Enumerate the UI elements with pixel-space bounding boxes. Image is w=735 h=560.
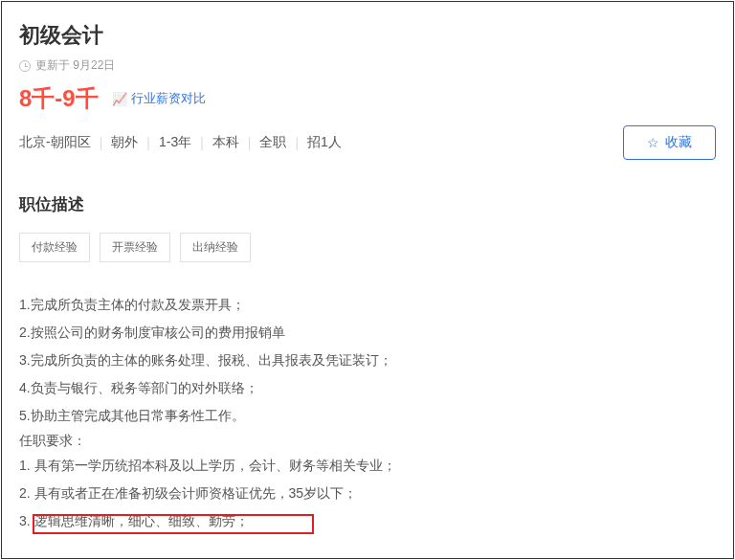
update-label: 更新于 9月22日 bbox=[35, 57, 115, 74]
job-title: 初级会计 bbox=[19, 21, 716, 50]
duty-item: 5.协助主管完成其他日常事务性工作。 bbox=[19, 402, 716, 429]
chart-icon: 📈 bbox=[112, 92, 127, 106]
skill-tag: 出纳经验 bbox=[180, 233, 251, 262]
skill-tag: 开票经验 bbox=[100, 233, 170, 262]
duty-item: 3.完成所负责的主体的账务处理、报税、出具报表及凭证装订； bbox=[19, 347, 716, 373]
divider: | bbox=[248, 135, 252, 150]
skill-tag: 付款经验 bbox=[19, 233, 90, 262]
salary-compare-link[interactable]: 行业薪资对比 bbox=[131, 90, 206, 107]
headcount-tag: 招1人 bbox=[307, 134, 342, 151]
star-icon: ☆ bbox=[647, 135, 659, 150]
job-info-tags: 北京-朝阳区 | 朝外 | 1-3年 | 本科 | 全职 | 招1人 bbox=[19, 134, 342, 151]
collect-button[interactable]: ☆ 收藏 bbox=[623, 125, 716, 160]
req-prefix: 2. bbox=[19, 485, 34, 501]
description-section-title: 职位描述 bbox=[19, 193, 716, 215]
req-highlight-text: 具有或者正在准备初级会计师资格证优先， bbox=[34, 485, 289, 501]
requirement-item: 2. 具有或者正在准备初级会计师资格证优先，35岁以下； bbox=[19, 480, 716, 506]
requirements-list: 1. 具有第一学历统招本科及以上学历，会计、财务等相关专业； 2. 具有或者正在… bbox=[19, 452, 716, 534]
clock-icon bbox=[19, 60, 31, 72]
requirements-title: 任职要求： bbox=[19, 433, 716, 450]
duty-item: 2.按照公司的财务制度审核公司的费用报销单 bbox=[19, 319, 716, 346]
collect-label: 收藏 bbox=[665, 134, 692, 151]
area-tag: 朝外 bbox=[111, 134, 138, 151]
req-prefix: 1. bbox=[19, 458, 34, 473]
location-tag: 北京-朝阳区 bbox=[19, 134, 91, 151]
salary-range: 8千-9千 bbox=[19, 83, 99, 114]
duty-list: 1.完成所负责主体的付款及发票开具； 2.按照公司的财务制度审核公司的费用报销单… bbox=[19, 291, 716, 429]
divider: | bbox=[100, 135, 103, 150]
req-text: 逻辑思维清晰，细心、细致、勤劳； bbox=[34, 513, 249, 528]
update-time: 更新于 9月22日 bbox=[19, 57, 716, 74]
divider: | bbox=[146, 135, 150, 150]
req-text: 具有第一学历统招本科及以上学历，会计、财务等相关专业； bbox=[34, 458, 396, 473]
duty-item: 1.完成所负责主体的付款及发票开具； bbox=[19, 291, 716, 318]
duty-item: 4.负责与银行、税务等部门的对外联络； bbox=[19, 374, 716, 401]
requirement-item: 3. 逻辑思维清晰，细心、细致、勤劳； bbox=[19, 507, 716, 534]
divider: | bbox=[295, 135, 299, 150]
experience-tag: 1-3年 bbox=[159, 134, 191, 151]
jobtype-tag: 全职 bbox=[259, 134, 286, 151]
skill-tags-row: 付款经验 开票经验 出纳经验 bbox=[19, 233, 716, 262]
education-tag: 本科 bbox=[212, 134, 239, 151]
req-text: 35岁以下； bbox=[289, 485, 358, 501]
requirement-item: 1. 具有第一学历统招本科及以上学历，会计、财务等相关专业； bbox=[19, 452, 716, 479]
divider: | bbox=[200, 135, 204, 150]
req-prefix: 3. bbox=[19, 513, 34, 528]
